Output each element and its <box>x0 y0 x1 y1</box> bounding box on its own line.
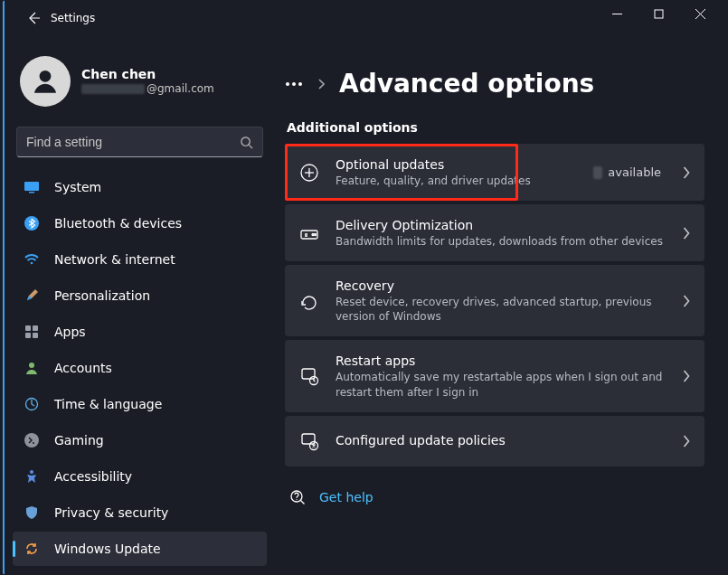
minimize-button[interactable] <box>596 0 638 27</box>
chevron-right-icon <box>683 370 690 382</box>
maximize-button[interactable] <box>638 0 679 27</box>
help-label: Get help <box>319 490 373 504</box>
account-block[interactable]: Chen chen @gmail.com <box>13 42 267 123</box>
breadcrumb-more-button[interactable] <box>285 81 303 87</box>
sidebar-item-windows-update[interactable]: Windows Update <box>13 532 267 566</box>
svg-rect-14 <box>33 333 38 338</box>
card-side-text: available <box>593 165 661 179</box>
card-optional-updates[interactable]: Optional updates Feature, quality, and d… <box>285 144 704 201</box>
svg-point-10 <box>31 262 33 265</box>
sidebar-item-label: Windows Update <box>54 542 161 556</box>
chevron-right-icon <box>683 295 690 307</box>
sidebar-item-system[interactable]: System <box>13 170 267 204</box>
chevron-right-icon <box>683 166 690 179</box>
maximize-icon <box>654 9 664 19</box>
gaming-icon <box>24 432 40 448</box>
help-icon <box>288 488 307 506</box>
count-obscured-icon <box>593 166 602 179</box>
card-subtitle: Automatically save my restartable apps w… <box>336 370 667 399</box>
svg-point-26 <box>312 233 314 235</box>
chevron-right-icon <box>683 435 690 448</box>
sidebar-item-privacy[interactable]: Privacy & security <box>13 495 267 530</box>
email-obscured-icon <box>81 84 145 94</box>
svg-point-27 <box>315 233 317 235</box>
page-title: Advanced options <box>339 69 594 99</box>
card-subtitle: Bandwidth limits for updates, downloads … <box>336 234 667 249</box>
sidebar-item-gaming[interactable]: Gaming <box>13 423 267 457</box>
svg-rect-30 <box>302 434 315 444</box>
bluetooth-icon <box>24 215 40 231</box>
card-recovery[interactable]: Recovery Reset device, recovery drives, … <box>285 265 704 336</box>
svg-point-15 <box>29 363 34 368</box>
delivery-icon <box>299 223 319 243</box>
svg-point-4 <box>40 71 52 82</box>
chevron-right-icon <box>683 227 690 240</box>
svg-rect-8 <box>29 192 34 193</box>
sidebar-item-label: Bluetooth & devices <box>54 216 182 231</box>
search-box[interactable] <box>16 127 263 157</box>
settings-window: Settings Chen chen <box>0 0 728 575</box>
plus-circle-icon <box>299 163 319 183</box>
svg-rect-7 <box>24 182 39 191</box>
get-help-link[interactable]: Get help <box>285 488 704 506</box>
sidebar-item-bluetooth[interactable]: Bluetooth & devices <box>13 206 267 240</box>
svg-rect-13 <box>25 333 31 338</box>
account-email: @gmail.com <box>81 82 214 96</box>
clock-globe-icon <box>24 396 40 412</box>
windows-update-icon <box>24 541 40 557</box>
svg-point-19 <box>286 82 289 86</box>
minimize-icon <box>612 9 622 19</box>
apps-icon <box>24 324 40 340</box>
sidebar-item-apps[interactable]: Apps <box>13 315 267 349</box>
card-delivery-optimization[interactable]: Delivery Optimization Bandwidth limits f… <box>285 204 704 261</box>
sidebar-item-label: Privacy & security <box>54 505 168 520</box>
window-controls <box>596 0 721 36</box>
svg-point-5 <box>241 137 250 145</box>
svg-rect-1 <box>655 10 663 18</box>
svg-line-6 <box>249 145 252 148</box>
sidebar-item-network[interactable]: Network & internet <box>13 242 267 277</box>
sidebar-item-label: Accounts <box>54 361 112 375</box>
recovery-icon <box>299 291 319 311</box>
sidebar-item-time-language[interactable]: Time & language <box>13 387 267 421</box>
back-button[interactable] <box>18 3 49 33</box>
card-title: Optional updates <box>336 156 577 174</box>
card-configured-policies[interactable]: Configured update policies <box>285 416 704 467</box>
restart-apps-icon <box>299 366 319 386</box>
chevron-right-icon <box>317 79 325 90</box>
options-list: Optional updates Feature, quality, and d… <box>285 144 704 467</box>
main-content: Advanced options Additional options Opti… <box>276 36 728 575</box>
close-button[interactable] <box>679 0 721 27</box>
svg-point-21 <box>298 82 302 86</box>
sidebar: Chen chen @gmail.com System <box>0 36 276 575</box>
person-icon <box>30 66 61 97</box>
email-suffix: @gmail.com <box>147 82 214 96</box>
paintbrush-icon <box>24 288 40 304</box>
svg-point-33 <box>296 499 297 500</box>
svg-rect-25 <box>301 231 317 239</box>
card-title: Recovery <box>336 278 667 295</box>
search-icon <box>240 136 253 149</box>
wifi-icon <box>24 251 40 268</box>
sidebar-item-accounts[interactable]: Accounts <box>13 351 267 385</box>
accounts-icon <box>24 360 40 376</box>
svg-rect-12 <box>33 325 38 331</box>
sidebar-item-personalization[interactable]: Personalization <box>13 278 267 313</box>
sidebar-item-accessibility[interactable]: Accessibility <box>13 459 267 494</box>
card-subtitle: Reset device, recovery drives, advanced … <box>336 295 667 324</box>
search-input[interactable] <box>26 135 240 149</box>
arrow-left-icon <box>26 11 41 25</box>
sidebar-item-label: Apps <box>54 325 86 339</box>
display-icon <box>24 179 40 195</box>
card-subtitle: Feature, quality, and driver updates <box>336 174 577 188</box>
sidebar-item-label: Time & language <box>54 397 162 411</box>
sidebar-item-label: Personalization <box>54 288 150 303</box>
svg-rect-28 <box>302 369 315 379</box>
card-restart-apps[interactable]: Restart apps Automatically save my resta… <box>285 340 704 411</box>
section-header: Additional options <box>287 120 704 135</box>
accessibility-icon <box>24 468 40 485</box>
card-title: Delivery Optimization <box>336 217 667 234</box>
sidebar-item-label: System <box>54 180 101 194</box>
card-title: Configured update policies <box>336 432 667 449</box>
window-title: Settings <box>51 12 95 24</box>
